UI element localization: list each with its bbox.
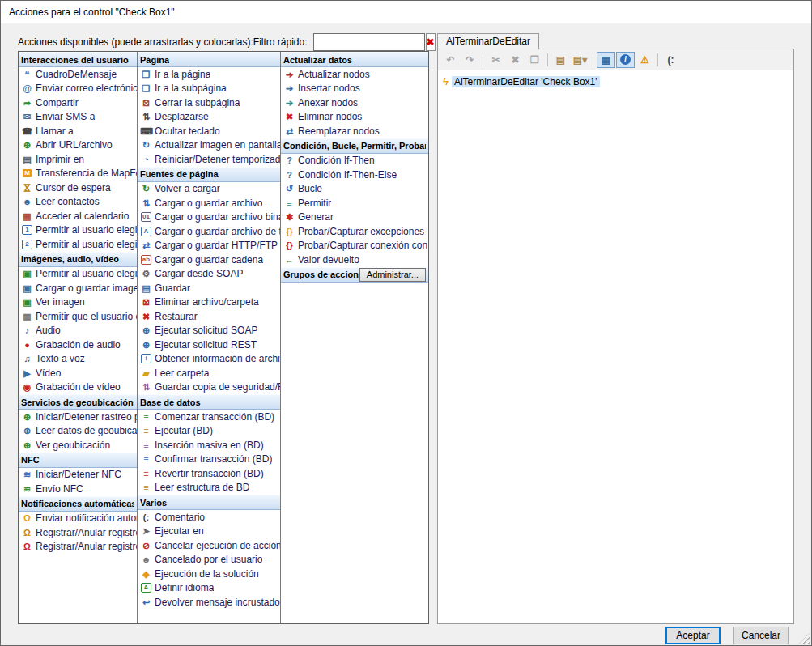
action-item[interactable]: ≡Ejecutar (BD) <box>138 424 280 439</box>
action-item[interactable]: ≡Inserción masiva en (BD) <box>138 438 280 453</box>
action-item[interactable]: ⊠Cerrar la subpágina <box>138 96 280 110</box>
copy-button[interactable]: ❐ <box>525 52 544 68</box>
delete-button[interactable]: ✖ <box>506 52 525 68</box>
action-item[interactable]: ⊕Leer datos de geoubicación <box>19 424 137 439</box>
action-item[interactable]: ≡Comenzar transacción (BD) <box>138 410 280 424</box>
action-item[interactable]: ≡Leer estructura de BD <box>138 481 280 495</box>
action-item[interactable]: ◉Grabación de vídeo <box>19 380 137 395</box>
action-item[interactable]: MTransferencia de MapForce <box>19 167 137 181</box>
action-item[interactable]: ?Condición If-Then-Else <box>281 168 428 182</box>
action-item[interactable]: ➔Actualizar nodos <box>281 67 428 82</box>
action-item[interactable]: ❏Ir a la subpágina <box>138 82 280 96</box>
action-item[interactable]: abCargar o guardar cadena <box>138 253 280 267</box>
action-item[interactable]: ♫Texto a voz <box>19 352 137 367</box>
action-item[interactable]: ↺Bucle <box>281 182 428 197</box>
action-item[interactable]: ADefinir idioma <box>138 581 280 596</box>
action-item[interactable]: ➔Anexar nodos <box>281 96 428 110</box>
action-item[interactable]: ➤Ejecutar en <box>138 525 280 539</box>
undo-button[interactable]: ↶ <box>441 52 460 68</box>
action-item[interactable]: ✖Eliminar nodos <box>281 110 428 125</box>
action-item[interactable]: ACargar o guardar archivo de texto <box>138 224 280 239</box>
action-item[interactable]: ✉Enviar SMS a <box>19 110 137 125</box>
action-item[interactable]: ▤Imprimir en <box>19 152 137 167</box>
action-item[interactable]: ΩRegistrar/Anular registro <box>19 525 137 540</box>
action-item[interactable]: ⊕Abrir URL/archivo <box>19 138 137 153</box>
action-item[interactable]: (:Comentario <box>138 510 280 525</box>
action-item[interactable]: ⌨Ocultar teclado <box>138 124 280 138</box>
tree-item-event[interactable]: ϟ AlTerminarDeEditar 'Check Box1' <box>443 75 789 87</box>
action-item[interactable]: ≋Iniciar/Detener NFC <box>19 468 137 482</box>
action-item[interactable]: ❝CuadroDeMensaje <box>19 67 137 82</box>
accept-button[interactable]: Aceptar <box>665 627 721 644</box>
paste-button[interactable]: ▤ <box>551 52 570 68</box>
action-item[interactable]: ▶Vídeo <box>19 366 137 380</box>
action-item[interactable]: ➔Insertar nodos <box>281 82 428 96</box>
action-item[interactable]: ▣Cargar o guardar imagen <box>19 281 137 295</box>
action-item[interactable]: 2Permitir al usuario elegir <box>19 237 137 252</box>
action-item[interactable]: ◔Reiniciar/Detener temporizador <box>138 152 280 167</box>
action-item[interactable]: ✖Restaurar <box>138 309 280 324</box>
action-item[interactable]: ⊠Eliminar archivo/carpeta <box>138 295 280 310</box>
action-item[interactable]: ▰Leer carpeta <box>138 366 280 380</box>
action-item[interactable]: ↻Volver a cargar <box>138 182 280 197</box>
tab-alterminardeeditar[interactable]: AlTerminarDeEditar <box>437 33 539 49</box>
action-item[interactable]: 1Permitir al usuario elegir <box>19 223 137 238</box>
warnings-toggle[interactable]: ⚠ <box>636 52 654 68</box>
clear-filter-button[interactable]: ✖ <box>426 33 436 51</box>
action-tree[interactable]: ϟ AlTerminarDeEditar 'Check Box1' <box>438 70 793 623</box>
paste-special-button[interactable]: ▤▾ <box>571 52 589 68</box>
action-item[interactable]: ←Valor devuelto <box>281 253 428 267</box>
action-item[interactable]: ☻Cancelado por el usuario <box>138 553 280 567</box>
action-item[interactable]: ↻Actualizar imagen en pantalla <box>138 138 280 153</box>
title-bar[interactable]: Acciones para el control "Check Box1" <box>1 1 811 23</box>
comment-icon: (: <box>140 512 152 523</box>
action-item[interactable]: ⇅Desplazarse <box>138 110 280 125</box>
info-toggle[interactable]: i <box>616 52 635 68</box>
action-item[interactable]: ⋈Cursor de espera <box>19 181 137 195</box>
redo-button[interactable]: ↷ <box>461 52 479 68</box>
action-item[interactable]: ⊕Iniciar/Detener rastreo por <box>19 410 137 424</box>
action-item[interactable]: ▣Ver imagen <box>19 295 137 310</box>
cancel-button[interactable]: Cancelar <box>733 627 789 644</box>
action-item[interactable]: ⇅Guardar copia de seguridad/Restaurar <box>138 380 280 395</box>
action-item[interactable]: 01Cargar o guardar archivo binario <box>138 210 280 225</box>
action-item[interactable]: ΩRegistrar/Anular registro <box>19 540 137 555</box>
action-item[interactable]: ⇅Cargar o guardar archivo <box>138 196 280 210</box>
action-item[interactable]: ⊕Ejecutar solicitud SOAP <box>138 324 280 338</box>
action-item[interactable]: {}Probar/Capturar conexión con el <box>281 239 428 253</box>
action-item[interactable]: ⊘Cancelar ejecución de acción <box>138 538 280 553</box>
action-item[interactable]: ⊕Ver geoubicación <box>19 438 137 453</box>
action-item[interactable]: ❐Ir a la página <box>138 67 280 82</box>
action-item[interactable]: ≋Envío NFC <box>19 482 137 496</box>
manage-action-groups-button[interactable]: Administrar... <box>359 268 426 282</box>
action-item[interactable]: ◆Ejecución de la solución <box>138 567 280 581</box>
action-item[interactable]: ➦Compartir <box>19 96 137 110</box>
action-item[interactable]: ▣Permitir al usuario elegir <box>19 267 137 282</box>
action-item[interactable]: ⚙Cargar desde SOAP <box>138 267 280 282</box>
cut-button[interactable]: ✂ <box>487 52 505 68</box>
action-item[interactable]: ▦Acceder al calendario <box>19 209 137 223</box>
action-item[interactable]: ☎Llamar a <box>19 124 137 138</box>
action-item[interactable]: ΩEnviar notificación automática <box>19 512 137 526</box>
action-item[interactable]: ≡Confirmar transacción (BD) <box>138 453 280 467</box>
grid-view-toggle[interactable]: ▦ <box>597 52 615 68</box>
action-item[interactable]: ✱Generar <box>281 210 428 225</box>
action-item[interactable]: ♪Audio <box>19 324 137 338</box>
comment-toggle[interactable]: (: <box>661 52 680 68</box>
action-item[interactable]: ⊕Ejecutar solicitud REST <box>138 338 280 352</box>
action-item[interactable]: ?Condición If-Then <box>281 154 428 168</box>
action-item[interactable]: @Enviar correo electrónico <box>19 82 137 96</box>
action-item[interactable]: ☻Leer contactos <box>19 195 137 210</box>
action-item[interactable]: ●Grabación de audio <box>19 338 137 352</box>
action-item[interactable]: ≡Revertir transacción (BD) <box>138 466 280 481</box>
action-item[interactable]: ↩Devolver mensaje incrustado <box>138 595 280 610</box>
action-item[interactable]: ⇄Cargar o guardar HTTP/FTP <box>138 239 280 253</box>
delete-nodes-icon: ✖ <box>283 111 295 122</box>
action-item[interactable]: {}Probar/Capturar excepciones <box>281 224 428 239</box>
action-item[interactable]: ⇄Reemplazar nodos <box>281 124 428 138</box>
action-item[interactable]: ≡Permitir <box>281 196 428 210</box>
quick-filter-input[interactable] <box>313 33 425 51</box>
action-item[interactable]: ▤Guardar <box>138 281 280 295</box>
action-item[interactable]: iObtener información de archivo <box>138 352 280 367</box>
action-item[interactable]: ▦Permitir que el usuario edite <box>19 309 137 324</box>
